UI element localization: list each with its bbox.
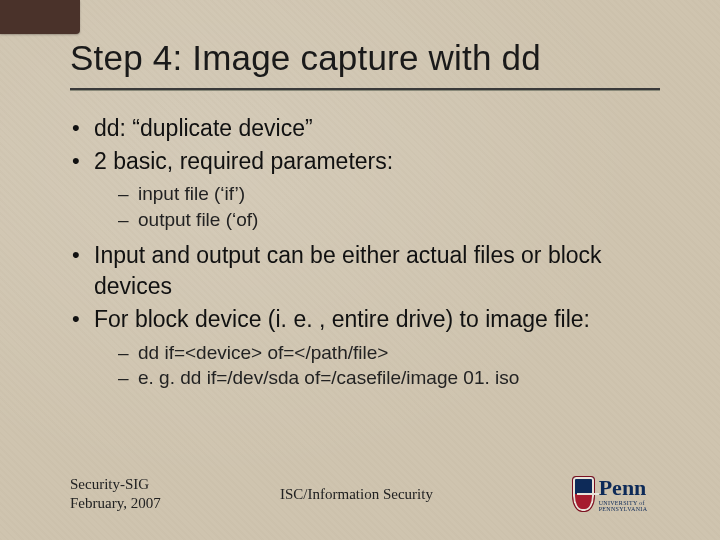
logo-subtext: UNIVERSITY of PENNSYLVANIA: [599, 500, 670, 512]
sub-list: input file (‘if’) output file (‘of): [94, 181, 670, 232]
slide-content: Step 4: Image capture with dd dd: “dupli…: [0, 0, 720, 540]
penn-logo: Penn UNIVERSITY of PENNSYLVANIA: [572, 474, 670, 514]
bullet-text: dd if=<device> of=</path/file>: [138, 342, 388, 363]
list-item: dd if=<device> of=</path/file>: [118, 340, 670, 366]
footer-date: February, 2007: [70, 494, 270, 513]
bullet-text: dd: “duplicate device”: [94, 115, 313, 141]
list-item: For block device (i. e. , entire drive) …: [70, 304, 670, 390]
bullet-list: dd: “duplicate device” 2 basic, required…: [70, 113, 670, 391]
shield-icon: [572, 476, 595, 512]
slide-title: Step 4: Image capture with dd: [70, 38, 670, 78]
footer-left: Security-SIG February, 2007: [70, 475, 270, 513]
slide-footer: Security-SIG February, 2007 ISC/Informat…: [70, 474, 670, 514]
list-item: input file (‘if’): [118, 181, 670, 207]
footer-org: Security-SIG: [70, 475, 270, 494]
bullet-text: e. g. dd if=/dev/sda of=/casefile/image …: [138, 367, 519, 388]
list-item: output file (‘of): [118, 207, 670, 233]
list-item: Input and output can be either actual fi…: [70, 240, 670, 302]
list-item: dd: “duplicate device”: [70, 113, 670, 144]
logo-text-wrap: Penn UNIVERSITY of PENNSYLVANIA: [599, 477, 670, 512]
bullet-text: For block device (i. e. , entire drive) …: [94, 306, 590, 332]
bullet-text: input file (‘if’): [138, 183, 245, 204]
bullet-text: Input and output can be either actual fi…: [94, 242, 602, 299]
footer-center: ISC/Information Security: [270, 486, 572, 503]
logo-text: Penn: [599, 477, 670, 499]
list-item: e. g. dd if=/dev/sda of=/casefile/image …: [118, 365, 670, 391]
title-divider: [70, 88, 660, 91]
list-item: 2 basic, required parameters: input file…: [70, 146, 670, 232]
sub-list: dd if=<device> of=</path/file> e. g. dd …: [94, 340, 670, 391]
bullet-text: output file (‘of): [138, 209, 258, 230]
bullet-text: 2 basic, required parameters:: [94, 148, 393, 174]
